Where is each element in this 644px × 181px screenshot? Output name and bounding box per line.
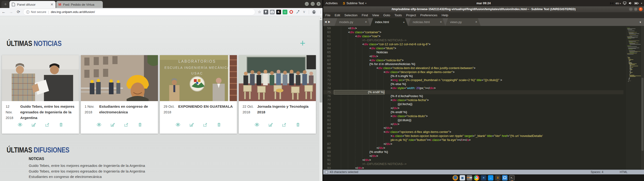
share-icon[interactable] <box>282 122 287 127</box>
noticia-card[interactable]: 12 Nov. 2018 Guido Tebes, entre los mejo… <box>2 55 79 134</box>
volume-icon[interactable] <box>629 2 632 5</box>
tab-close-icon[interactable]: ✕ <box>48 2 53 6</box>
noticia-card[interactable]: 22 Oct. 2018 Jornada Ingenio y Tecnologí… <box>239 55 316 134</box>
noticias-card-row: 12 Nov. 2018 Guido Tebes, entre los mejo… <box>2 55 316 134</box>
minimap[interactable] <box>626 26 641 170</box>
tab-close-icon[interactable]: ✕ <box>472 20 477 24</box>
reload-button[interactable]: ⟳ <box>15 10 22 14</box>
tab-close-icon[interactable]: ✕ <box>362 20 367 24</box>
streak-extension-icon[interactable]: ☺ <box>283 10 287 14</box>
keyboard-layout-indicator[interactable]: es ▾ <box>616 2 621 5</box>
chrome-icon[interactable] <box>474 175 479 180</box>
forward-button[interactable]: → <box>7 10 14 14</box>
menu-preferences[interactable]: Preferences <box>418 14 440 17</box>
menu-selection[interactable]: Selection <box>342 14 360 17</box>
noticia-card[interactable]: 1 Nov. 2018 Estudiantes en congreso de e… <box>81 55 158 134</box>
edit-icon[interactable] <box>110 122 115 127</box>
browser-menu-icon[interactable]: ⋮ <box>319 10 322 14</box>
sublime-icon[interactable]: S <box>495 175 500 180</box>
browser-tab-gmail[interactable]: M Fwd: Pedido de Virtua <box>56 1 103 8</box>
code-editor-area[interactable]: 59</div>60<div class="container">61<div … <box>323 26 644 170</box>
indentation-status[interactable]: Spaces: 4 <box>591 170 603 174</box>
profile-avatar[interactable] <box>312 10 316 14</box>
address-bar[interactable]: i Not secure | dev.ing.unlpam.edu.ar/dif… <box>23 9 255 15</box>
sublime-title-bar[interactable]: /tmp/sublime-sftp-browse-1542111432/fing… <box>323 6 644 12</box>
card-title: Guido Tebes, entre los mejores egresados… <box>19 104 75 121</box>
minimize-button[interactable]: — <box>305 2 309 6</box>
edit-icon[interactable] <box>268 122 273 127</box>
back-button[interactable]: ← <box>0 10 7 14</box>
page-scrollbar[interactable]: ▲ <box>319 16 322 181</box>
view-eye-icon[interactable] <box>97 122 101 127</box>
minimize-button[interactable]: — <box>629 7 633 11</box>
menu-file[interactable]: File <box>323 14 332 17</box>
red-ring-extension-icon[interactable] <box>289 10 294 14</box>
lightbulb-extension-icon[interactable] <box>264 10 268 14</box>
view-eye-icon[interactable] <box>18 122 22 127</box>
eyedropper-extension-icon[interactable] <box>295 10 300 14</box>
network-icon[interactable] <box>623 2 626 5</box>
view-eye-icon[interactable] <box>176 122 180 127</box>
tab-overflow-icon[interactable]: ▼ <box>639 21 642 24</box>
editor-scrollbar[interactable] <box>641 26 644 170</box>
delete-trash-icon[interactable] <box>296 122 300 127</box>
menu-edit[interactable]: Edit <box>332 14 342 17</box>
browser-tab-active[interactable]: Panel difusor ✕ <box>10 1 56 8</box>
edit-icon[interactable] <box>189 122 194 127</box>
vintage-mode-icon[interactable] <box>325 171 328 174</box>
vue-extension-icon[interactable]: V <box>302 10 306 14</box>
share-icon[interactable] <box>45 122 50 127</box>
close-button[interactable]: ✕ <box>639 7 642 11</box>
virtualbox-icon[interactable]: ▣ <box>460 175 465 180</box>
delete-trash-icon[interactable] <box>59 122 64 127</box>
maximize-button[interactable]: ▢ <box>311 2 315 6</box>
code-line-69: 69<div class="noticia-item-list elevatio… <box>323 66 624 70</box>
view-eye-icon[interactable] <box>254 122 259 127</box>
boxes-icon[interactable] <box>502 175 508 180</box>
scrollbar-thumb[interactable] <box>320 20 322 102</box>
delete-trash-icon[interactable] <box>138 122 142 127</box>
indicator-mark-icon[interactable] <box>610 2 613 5</box>
news-photo-guatemala: LABORATORIOS ESCUELA INGENIERÍA MECÁNICA… <box>160 55 237 101</box>
editor-tab-models[interactable]: models.py✕ <box>334 18 370 26</box>
menu-find[interactable]: Find <box>360 14 370 17</box>
menu-help[interactable]: Help <box>440 14 450 17</box>
editor-tab-index-active[interactable]: index.html● <box>370 18 408 26</box>
activities-button[interactable]: Activities <box>326 2 338 5</box>
editor-tab-noticias[interactable]: noticias.html✕ <box>408 18 445 26</box>
clock[interactable]: mar 09:24 <box>476 2 491 5</box>
site-info-icon[interactable]: i <box>26 10 30 14</box>
focused-app-menu[interactable]: SSublime Text▾ <box>343 2 366 5</box>
menu-view[interactable]: View <box>370 14 381 17</box>
maximize-button[interactable]: ▢ <box>634 7 638 11</box>
tab-history-arrows[interactable]: ◀ ▶ <box>324 20 331 23</box>
file-cabinet-icon[interactable] <box>467 175 472 180</box>
menu-goto[interactable]: Goto <box>381 14 392 17</box>
add-noticia-button[interactable]: + <box>300 38 305 48</box>
syntax-status[interactable]: HTML <box>620 170 628 174</box>
share-icon[interactable] <box>124 122 129 127</box>
vscode-icon[interactable]: ✕ <box>481 175 486 180</box>
tab-close-icon[interactable]: ✕ <box>436 20 442 24</box>
browser-window-controls: — ▢ ✕ <box>305 2 320 6</box>
scrollbar-thumb[interactable] <box>642 78 644 151</box>
close-button[interactable]: ✕ <box>316 2 320 6</box>
scroll-up-icon[interactable]: ▲ <box>320 17 322 19</box>
new-tab-button[interactable]: + <box>2 1 10 8</box>
noticia-card[interactable]: LABORATORIOS ESCUELA INGENIERÍA MECÁNICA… <box>160 55 237 134</box>
firefox-icon[interactable] <box>452 175 458 180</box>
editor-tab-views[interactable]: views.py✕ <box>445 18 481 26</box>
delete-trash-icon[interactable] <box>217 122 221 127</box>
terminal-icon[interactable]: >_ <box>509 175 514 180</box>
teamviewer-icon[interactable]: ↔ <box>488 175 493 180</box>
menu-tools[interactable]: Tools <box>392 14 404 17</box>
panel-difusor-page: ÚLTIMAS NOTICIAS + <box>0 16 322 181</box>
bookmark-star-icon[interactable]: ☆ <box>257 10 262 14</box>
edit-icon[interactable] <box>31 122 36 127</box>
battery-icon[interactable] <box>634 2 638 4</box>
menu-project[interactable]: Project <box>404 14 418 17</box>
k-extension-icon[interactable]: K <box>276 10 281 14</box>
share-icon[interactable] <box>203 122 208 127</box>
system-caret[interactable]: ▾ <box>641 2 642 4</box>
camera-extension-icon[interactable] <box>270 10 274 14</box>
